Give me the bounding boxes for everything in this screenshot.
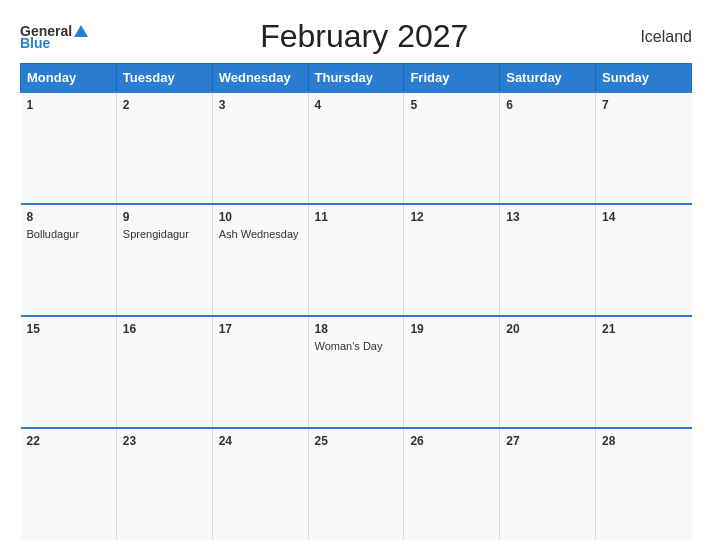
day-number-6: 6 [506, 98, 589, 112]
day-cell-10: 10Ash Wednesday [212, 204, 308, 316]
event-label: Ash Wednesday [219, 228, 299, 240]
header-wednesday: Wednesday [212, 64, 308, 93]
day-cell-18: 18Woman's Day [308, 316, 404, 428]
day-cell-11: 11 [308, 204, 404, 316]
header-thursday: Thursday [308, 64, 404, 93]
header-sunday: Sunday [596, 64, 692, 93]
day-number-28: 28 [602, 434, 685, 448]
day-number-12: 12 [410, 210, 493, 224]
day-cell-27: 27 [500, 428, 596, 540]
day-number-5: 5 [410, 98, 493, 112]
event-label: Bolludagur [27, 228, 80, 240]
week-row-3: 15161718Woman's Day192021 [21, 316, 692, 428]
day-cell-5: 5 [404, 92, 500, 204]
day-cell-23: 23 [116, 428, 212, 540]
header-friday: Friday [404, 64, 500, 93]
day-number-11: 11 [315, 210, 398, 224]
day-cell-15: 15 [21, 316, 117, 428]
day-cell-3: 3 [212, 92, 308, 204]
day-number-18: 18 [315, 322, 398, 336]
day-cell-26: 26 [404, 428, 500, 540]
day-number-15: 15 [27, 322, 110, 336]
week-row-1: 1234567 [21, 92, 692, 204]
day-number-24: 24 [219, 434, 302, 448]
day-number-17: 17 [219, 322, 302, 336]
day-number-21: 21 [602, 322, 685, 336]
day-number-13: 13 [506, 210, 589, 224]
header-monday: Monday [21, 64, 117, 93]
day-cell-17: 17 [212, 316, 308, 428]
event-label: Woman's Day [315, 340, 383, 352]
day-number-27: 27 [506, 434, 589, 448]
event-label: Sprengidagur [123, 228, 189, 240]
day-number-14: 14 [602, 210, 685, 224]
week-row-4: 22232425262728 [21, 428, 692, 540]
day-cell-16: 16 [116, 316, 212, 428]
day-cell-28: 28 [596, 428, 692, 540]
week-row-2: 8Bolludagur9Sprengidagur10Ash Wednesday1… [21, 204, 692, 316]
day-number-19: 19 [410, 322, 493, 336]
day-cell-8: 8Bolludagur [21, 204, 117, 316]
page: General Blue February 2027 Iceland Monda… [0, 0, 712, 550]
day-cell-22: 22 [21, 428, 117, 540]
day-number-3: 3 [219, 98, 302, 112]
day-number-9: 9 [123, 210, 206, 224]
day-number-10: 10 [219, 210, 302, 224]
day-cell-4: 4 [308, 92, 404, 204]
day-cell-20: 20 [500, 316, 596, 428]
day-cell-2: 2 [116, 92, 212, 204]
day-cell-14: 14 [596, 204, 692, 316]
day-cell-21: 21 [596, 316, 692, 428]
header-saturday: Saturday [500, 64, 596, 93]
day-header-row: Monday Tuesday Wednesday Thursday Friday… [21, 64, 692, 93]
day-cell-1: 1 [21, 92, 117, 204]
day-number-2: 2 [123, 98, 206, 112]
calendar-title: February 2027 [260, 18, 468, 55]
day-cell-25: 25 [308, 428, 404, 540]
day-cell-7: 7 [596, 92, 692, 204]
day-cell-6: 6 [500, 92, 596, 204]
country-label: Iceland [640, 28, 692, 46]
calendar-table: Monday Tuesday Wednesday Thursday Friday… [20, 63, 692, 540]
logo: General Blue [20, 24, 88, 50]
day-cell-19: 19 [404, 316, 500, 428]
day-number-23: 23 [123, 434, 206, 448]
day-cell-24: 24 [212, 428, 308, 540]
day-number-26: 26 [410, 434, 493, 448]
day-number-8: 8 [27, 210, 110, 224]
day-number-1: 1 [27, 98, 110, 112]
header: General Blue February 2027 Iceland [20, 18, 692, 55]
day-cell-9: 9Sprengidagur [116, 204, 212, 316]
day-number-20: 20 [506, 322, 589, 336]
day-number-25: 25 [315, 434, 398, 448]
header-tuesday: Tuesday [116, 64, 212, 93]
day-number-16: 16 [123, 322, 206, 336]
day-cell-12: 12 [404, 204, 500, 316]
day-number-7: 7 [602, 98, 685, 112]
day-number-22: 22 [27, 434, 110, 448]
logo-triangle-icon [74, 25, 88, 37]
day-cell-13: 13 [500, 204, 596, 316]
day-number-4: 4 [315, 98, 398, 112]
logo-blue-text: Blue [20, 36, 50, 50]
